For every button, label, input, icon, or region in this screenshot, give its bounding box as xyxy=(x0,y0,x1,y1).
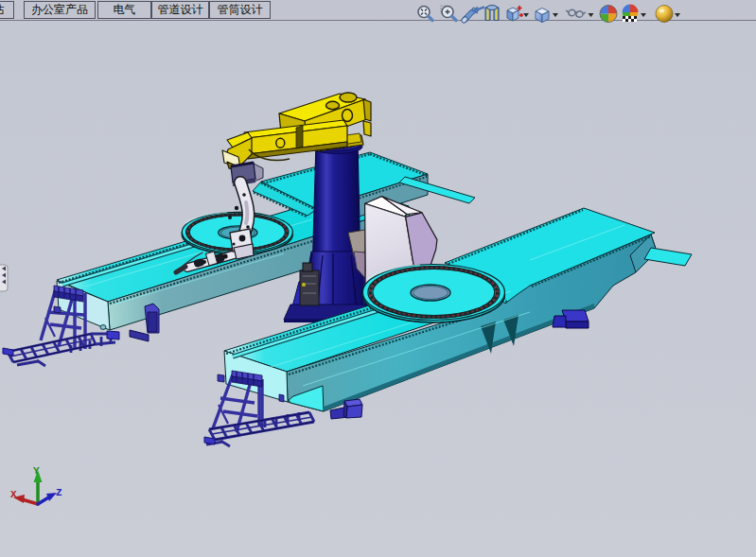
svg-text:Z: Z xyxy=(56,487,62,498)
svg-text:X: X xyxy=(10,489,17,500)
svg-text:Y: Y xyxy=(33,465,40,477)
